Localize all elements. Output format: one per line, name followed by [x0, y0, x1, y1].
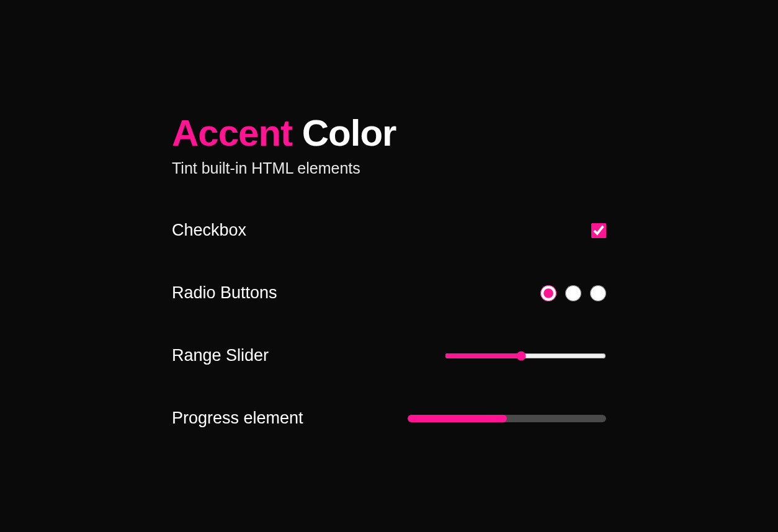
- range-slider[interactable]: [445, 351, 606, 361]
- title-accent-word: Accent: [172, 112, 292, 154]
- radio-option-2[interactable]: [565, 285, 581, 301]
- progress-label: Progress element: [172, 409, 303, 428]
- radio-row: Radio Buttons: [172, 283, 606, 303]
- range-row: Range Slider: [172, 346, 606, 365]
- radio-label: Radio Buttons: [172, 283, 277, 303]
- checkbox-row: Checkbox: [172, 221, 606, 240]
- progress-bar: [408, 415, 606, 422]
- progress-controls: [408, 415, 606, 422]
- main-container: Accent Color Tint built-in HTML elements…: [172, 112, 606, 471]
- checkbox-label: Checkbox: [172, 221, 246, 240]
- checkbox-controls: [591, 223, 606, 238]
- radio-controls: [537, 285, 606, 301]
- checkbox-input[interactable]: [591, 223, 606, 238]
- radio-option-1[interactable]: [540, 285, 557, 301]
- title-color-word: Color: [302, 112, 396, 154]
- page-title: Accent Color: [172, 112, 606, 154]
- radio-option-3[interactable]: [590, 285, 606, 301]
- page-subtitle: Tint built-in HTML elements: [172, 159, 606, 177]
- range-label: Range Slider: [172, 346, 269, 365]
- range-controls: [445, 351, 606, 361]
- progress-row: Progress element: [172, 409, 606, 428]
